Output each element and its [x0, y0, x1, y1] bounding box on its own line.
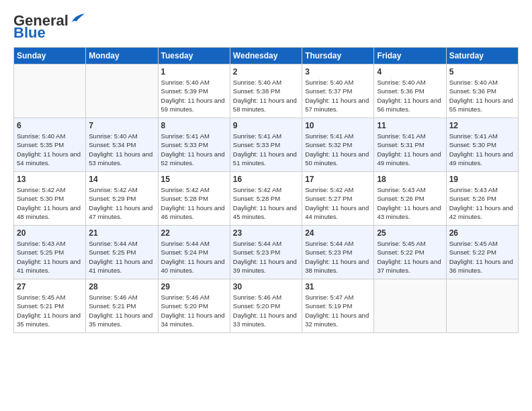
sunset-label: Sunset: 5:32 PM — [305, 141, 352, 148]
calendar-cell: 31 Sunrise: 5:47 AM Sunset: 5:19 PM Dayl… — [302, 279, 374, 333]
sunset-label: Sunset: 5:19 PM — [305, 302, 352, 310]
day-number: 14 — [89, 175, 154, 184]
day-info: Sunrise: 5:43 AM Sunset: 5:26 PM Dayligh… — [449, 185, 515, 221]
sunrise-label: Sunrise: 5:45 AM — [377, 240, 425, 247]
day-number: 26 — [449, 228, 515, 238]
daylight-label: Daylight: 11 hours and 40 minutes. — [161, 258, 225, 274]
calendar-cell: 25 Sunrise: 5:45 AM Sunset: 5:22 PM Dayl… — [374, 226, 446, 279]
day-info: Sunrise: 5:44 AM Sunset: 5:23 PM Dayligh… — [233, 239, 299, 275]
sunset-label: Sunset: 5:21 PM — [17, 302, 64, 310]
calendar-cell: 6 Sunrise: 5:40 AM Sunset: 5:35 PM Dayli… — [14, 118, 86, 172]
sunset-label: Sunset: 5:33 PM — [233, 141, 280, 148]
calendar-table: SundayMondayTuesdayWednesdayThursdayFrid… — [13, 47, 519, 333]
day-info: Sunrise: 5:46 AM Sunset: 5:21 PM Dayligh… — [89, 293, 154, 328]
weekday-header-sunday: Sunday — [14, 48, 86, 64]
daylight-label: Daylight: 11 hours and 59 minutes. — [161, 97, 225, 113]
calendar-week-row: 20 Sunrise: 5:43 AM Sunset: 5:25 PM Dayl… — [14, 226, 519, 279]
sunrise-label: Sunrise: 5:42 AM — [89, 186, 137, 193]
sunrise-label: Sunrise: 5:40 AM — [377, 79, 425, 86]
calendar-week-row: 1 Sunrise: 5:40 AM Sunset: 5:39 PM Dayli… — [14, 64, 519, 118]
daylight-label: Daylight: 11 hours and 42 minutes. — [449, 204, 513, 220]
weekday-header-thursday: Thursday — [302, 48, 374, 64]
sunrise-label: Sunrise: 5:42 AM — [17, 186, 65, 193]
day-info: Sunrise: 5:41 AM Sunset: 5:32 PM Dayligh… — [305, 132, 371, 167]
sunset-label: Sunset: 5:25 PM — [89, 248, 136, 256]
sunrise-label: Sunrise: 5:45 AM — [449, 240, 498, 247]
daylight-label: Daylight: 11 hours and 38 minutes. — [305, 258, 369, 274]
daylight-label: Daylight: 11 hours and 50 minutes. — [305, 150, 369, 167]
day-number: 30 — [233, 282, 299, 291]
logo: General Blue — [13, 13, 85, 40]
day-number: 1 — [161, 67, 227, 77]
calendar-cell: 5 Sunrise: 5:40 AM Sunset: 5:36 PM Dayli… — [446, 64, 518, 118]
daylight-label: Daylight: 11 hours and 45 minutes. — [233, 204, 297, 220]
sunrise-label: Sunrise: 5:46 AM — [161, 293, 210, 301]
calendar-cell: 3 Sunrise: 5:40 AM Sunset: 5:37 PM Dayli… — [302, 64, 374, 118]
sunset-label: Sunset: 5:25 PM — [17, 248, 64, 256]
daylight-label: Daylight: 11 hours and 39 minutes. — [233, 258, 297, 274]
day-info: Sunrise: 5:40 AM Sunset: 5:38 PM Dayligh… — [233, 78, 299, 113]
sunrise-label: Sunrise: 5:41 AM — [233, 132, 281, 140]
day-info: Sunrise: 5:41 AM Sunset: 5:30 PM Dayligh… — [449, 132, 515, 167]
daylight-label: Daylight: 11 hours and 36 minutes. — [449, 258, 513, 274]
day-info: Sunrise: 5:44 AM Sunset: 5:23 PM Dayligh… — [305, 239, 371, 275]
calendar-cell: 22 Sunrise: 5:44 AM Sunset: 5:24 PM Dayl… — [158, 226, 230, 279]
sunset-label: Sunset: 5:28 PM — [233, 195, 280, 202]
day-info: Sunrise: 5:41 AM Sunset: 5:33 PM Dayligh… — [161, 132, 227, 167]
day-info: Sunrise: 5:40 AM Sunset: 5:36 PM Dayligh… — [377, 78, 443, 113]
calendar-cell: 30 Sunrise: 5:46 AM Sunset: 5:20 PM Dayl… — [230, 279, 302, 333]
daylight-label: Daylight: 11 hours and 57 minutes. — [305, 97, 369, 113]
calendar-cell — [446, 279, 518, 333]
day-info: Sunrise: 5:40 AM Sunset: 5:35 PM Dayligh… — [17, 132, 83, 167]
day-info: Sunrise: 5:42 AM Sunset: 5:29 PM Dayligh… — [89, 185, 154, 221]
sunset-label: Sunset: 5:34 PM — [89, 141, 136, 148]
logo-blue: Blue — [13, 24, 46, 41]
day-number: 28 — [89, 282, 154, 291]
logo-bird-icon — [70, 13, 85, 26]
sunrise-label: Sunrise: 5:44 AM — [89, 240, 137, 247]
daylight-label: Daylight: 11 hours and 52 minutes. — [161, 150, 225, 167]
daylight-label: Daylight: 11 hours and 41 minutes. — [17, 258, 81, 274]
weekday-header-friday: Friday — [374, 48, 446, 64]
calendar-cell: 7 Sunrise: 5:40 AM Sunset: 5:34 PM Dayli… — [86, 118, 158, 172]
daylight-label: Daylight: 11 hours and 56 minutes. — [377, 97, 441, 113]
sunset-label: Sunset: 5:23 PM — [233, 248, 280, 256]
sunset-label: Sunset: 5:28 PM — [161, 195, 208, 202]
page-header: General Blue — [13, 13, 519, 40]
calendar-cell: 11 Sunrise: 5:41 AM Sunset: 5:31 PM Dayl… — [374, 118, 446, 172]
day-number: 5 — [449, 67, 515, 77]
day-number: 6 — [17, 121, 83, 130]
day-info: Sunrise: 5:45 AM Sunset: 5:21 PM Dayligh… — [17, 293, 83, 328]
day-info: Sunrise: 5:42 AM Sunset: 5:28 PM Dayligh… — [233, 185, 299, 221]
day-info: Sunrise: 5:40 AM Sunset: 5:34 PM Dayligh… — [89, 132, 154, 167]
day-info: Sunrise: 5:44 AM Sunset: 5:25 PM Dayligh… — [89, 239, 154, 275]
calendar-cell: 13 Sunrise: 5:42 AM Sunset: 5:30 PM Dayl… — [14, 172, 86, 226]
day-info: Sunrise: 5:42 AM Sunset: 5:30 PM Dayligh… — [17, 185, 83, 221]
daylight-label: Daylight: 11 hours and 49 minutes. — [377, 150, 441, 167]
sunrise-label: Sunrise: 5:40 AM — [449, 79, 498, 86]
daylight-label: Daylight: 11 hours and 46 minutes. — [161, 204, 225, 220]
daylight-label: Daylight: 11 hours and 35 minutes. — [89, 312, 152, 328]
sunset-label: Sunset: 5:23 PM — [305, 248, 352, 256]
calendar-cell: 29 Sunrise: 5:46 AM Sunset: 5:20 PM Dayl… — [158, 279, 230, 333]
day-number: 15 — [161, 175, 227, 184]
weekday-header-monday: Monday — [86, 48, 158, 64]
daylight-label: Daylight: 11 hours and 58 minutes. — [233, 97, 297, 113]
day-number: 13 — [17, 175, 83, 184]
sunset-label: Sunset: 5:33 PM — [161, 141, 208, 148]
sunrise-label: Sunrise: 5:43 AM — [449, 186, 498, 193]
sunset-label: Sunset: 5:30 PM — [17, 195, 64, 202]
day-info: Sunrise: 5:41 AM Sunset: 5:33 PM Dayligh… — [233, 132, 299, 167]
daylight-label: Daylight: 11 hours and 51 minutes. — [233, 150, 297, 167]
sunset-label: Sunset: 5:31 PM — [377, 141, 424, 148]
calendar-cell: 15 Sunrise: 5:42 AM Sunset: 5:28 PM Dayl… — [158, 172, 230, 226]
sunset-label: Sunset: 5:37 PM — [305, 87, 352, 95]
sunset-label: Sunset: 5:20 PM — [161, 302, 208, 310]
calendar-cell — [86, 64, 158, 118]
calendar-cell: 14 Sunrise: 5:42 AM Sunset: 5:29 PM Dayl… — [86, 172, 158, 226]
day-number: 23 — [233, 228, 299, 238]
day-number: 21 — [89, 228, 154, 238]
sunset-label: Sunset: 5:29 PM — [89, 195, 136, 202]
sunrise-label: Sunrise: 5:40 AM — [89, 132, 137, 140]
calendar-cell: 24 Sunrise: 5:44 AM Sunset: 5:23 PM Dayl… — [302, 226, 374, 279]
